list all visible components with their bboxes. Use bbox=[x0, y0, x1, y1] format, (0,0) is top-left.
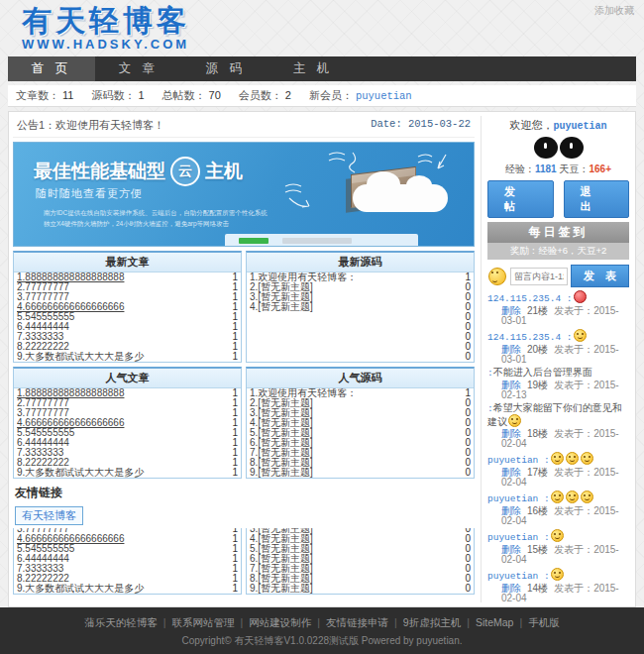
list-item-title[interactable]: 1.欢迎使用有天轻博客： bbox=[250, 388, 461, 398]
list-item-count: 1 bbox=[232, 438, 238, 448]
footer-link[interactable]: 友情链接申请 bbox=[326, 616, 388, 628]
panel-row-latest: 最新文章1.88888888888888888812.7777777713.77… bbox=[13, 251, 475, 363]
footer-link[interactable]: SiteMap bbox=[476, 616, 514, 628]
announcement-text[interactable]: 公告1：欢迎使用有天轻博客！ bbox=[17, 118, 164, 133]
list-item-title[interactable]: 2.77777777 bbox=[17, 282, 228, 292]
list-item-title[interactable]: 5.545555555 bbox=[17, 428, 228, 438]
nav-item[interactable]: 首 页 bbox=[8, 56, 95, 82]
message-author[interactable]: 124.115.235.4 : bbox=[487, 332, 573, 343]
list-item-title[interactable]: 7.[暂无新主题] bbox=[250, 564, 461, 574]
list-item-title[interactable]: 8.[暂无新主题] bbox=[250, 458, 461, 468]
list-item-title[interactable]: 9.[暂无新主题] bbox=[250, 468, 461, 478]
emoji-laugh-icon bbox=[551, 568, 564, 581]
list-item-title[interactable]: 2.[暂无新主题] bbox=[250, 398, 461, 408]
list-item-title[interactable]: 4.666666666666666666 bbox=[17, 418, 228, 428]
footer-link[interactable]: 9折虚拟主机 bbox=[403, 616, 461, 628]
list-item-title[interactable]: 4.[暂无新主题] bbox=[250, 534, 461, 544]
list-item: 7.33333331 bbox=[14, 448, 241, 458]
list-item-title[interactable]: 4.666666666666666666 bbox=[17, 302, 228, 312]
page: 添加收藏 有天轻博客 WWW.HADSKY.COM 首 页文 章源 码主 机 文… bbox=[0, 0, 644, 654]
list-item-title[interactable]: 9.大多数都试试大大大是多少 bbox=[17, 468, 228, 478]
footer-link[interactable]: 联系网站管理 bbox=[172, 616, 235, 628]
logout-button[interactable]: 退 出 bbox=[564, 180, 630, 218]
list-item-title[interactable]: 5.545555555 bbox=[17, 312, 228, 322]
list-item-title[interactable]: 6.44444444 bbox=[17, 438, 228, 448]
cloud-host-banner[interactable]: 最佳性能基础型 云 主机 随时随地查看更方便 南方IDC提供在线自助安装操作系统… bbox=[13, 142, 475, 247]
footer-link[interactable]: 网站建设制作 bbox=[249, 616, 311, 628]
publish-button[interactable]: 发 表 bbox=[571, 265, 629, 287]
list-item-title[interactable]: 3.77777777 bbox=[17, 408, 228, 418]
list-item-title[interactable]: 5.545555555 bbox=[17, 544, 228, 554]
message-author[interactable]: puyuetian : bbox=[487, 571, 550, 582]
list-item-count: 0 bbox=[465, 408, 471, 418]
friend-link[interactable]: 有天轻博客 bbox=[15, 506, 83, 525]
list-item-title[interactable]: 4.[暂无新主题] bbox=[250, 418, 461, 428]
list-item-title[interactable]: 9.大多数都试试大大大是多少 bbox=[17, 584, 228, 594]
list-item: 0 bbox=[247, 312, 474, 322]
list-item-title[interactable]: 3.[暂无新主题] bbox=[250, 292, 461, 302]
list-item: 9.大多数都试试大大大是多少1 bbox=[14, 352, 241, 362]
footer-separator: | bbox=[467, 616, 470, 628]
list-item: 0 bbox=[247, 352, 474, 362]
list-item-title bbox=[250, 352, 461, 362]
username-link[interactable]: puyuetian bbox=[553, 121, 606, 132]
user-avatar[interactable] bbox=[487, 137, 629, 159]
message-author[interactable]: puyuetian : bbox=[487, 532, 550, 543]
message-text: 不能进入后台管理界面 bbox=[493, 367, 592, 378]
message-text: 希望大家能留下你们的意见和建议 bbox=[487, 402, 622, 427]
list-item-title[interactable]: 1.888888888888888888 bbox=[17, 272, 228, 282]
floor-number: 18楼 bbox=[527, 428, 548, 439]
list-item-title[interactable]: 9.大多数都试试大大大是多少 bbox=[17, 352, 228, 362]
list-item: 4.6666666666666666661 bbox=[14, 418, 241, 428]
list-item-count: 1 bbox=[232, 332, 238, 342]
list-item-title[interactable]: 9.[暂无新主题] bbox=[250, 584, 461, 594]
list-item-count: 0 bbox=[465, 398, 471, 408]
list-item-count: 0 bbox=[465, 584, 471, 594]
list-item-title[interactable]: 8.22222222 bbox=[17, 574, 228, 584]
bean-value[interactable]: 166+ bbox=[589, 164, 611, 174]
list-item-title[interactable]: 7.3333333 bbox=[17, 448, 228, 458]
nav-item[interactable]: 主 机 bbox=[269, 56, 357, 82]
list-item-title[interactable]: 7.3333333 bbox=[17, 332, 228, 342]
list-item-count: 1 bbox=[232, 408, 238, 418]
list-item-title[interactable]: 4.[暂无新主题] bbox=[250, 302, 461, 312]
new-member-link[interactable]: puyuetian bbox=[356, 90, 412, 102]
message-author[interactable]: puyuetian : bbox=[487, 455, 550, 466]
list-item-title[interactable]: 3.[暂无新主题] bbox=[250, 408, 461, 418]
list-item-title[interactable]: 8.[暂无新主题] bbox=[250, 574, 461, 584]
list-item-title[interactable]: 6.[暂无新主题] bbox=[250, 554, 461, 564]
message-input[interactable] bbox=[510, 268, 568, 285]
list-item-title[interactable]: 2.[暂无新主题] bbox=[250, 282, 461, 292]
list-item-title[interactable]: 4.666666666666666666 bbox=[17, 534, 228, 544]
list-item-title[interactable]: 3.77777777 bbox=[17, 292, 228, 302]
list-item-title[interactable]: 6.44444444 bbox=[17, 554, 228, 564]
list-item-title[interactable]: 1.888888888888888888 bbox=[17, 388, 228, 398]
list-item-title[interactable]: 1.欢迎使用有天轻博客： bbox=[250, 272, 461, 282]
list-item-title[interactable]: 7.3333333 bbox=[17, 564, 228, 574]
list-item-title[interactable]: 7.[暂无新主题] bbox=[250, 448, 461, 458]
list-item-title[interactable]: 8.22222222 bbox=[17, 458, 228, 468]
footer-link[interactable]: 手机版 bbox=[528, 616, 560, 628]
list-item: 8.222222221 bbox=[14, 342, 241, 352]
nav-item[interactable]: 源 码 bbox=[182, 56, 269, 82]
list-item-count: 1 bbox=[232, 448, 238, 458]
message-author[interactable]: 124.115.235.4 : bbox=[487, 293, 573, 304]
post-button[interactable]: 发 帖 bbox=[487, 180, 554, 218]
daily-signin-title[interactable]: 每日签到 bbox=[487, 222, 629, 243]
footer-link[interactable]: 蒲乐天的轻博客 bbox=[84, 616, 158, 628]
list-item: 5.[暂无新主题]0 bbox=[247, 428, 474, 438]
list-item-title[interactable]: 2.77777777 bbox=[17, 398, 228, 408]
list-item-title[interactable]: 5.[暂无新主题] bbox=[250, 428, 461, 438]
site-logo[interactable]: 有天轻博客 WWW.HADSKY.COM bbox=[22, 6, 190, 51]
list-item-title[interactable]: 5.[暂无新主题] bbox=[250, 544, 461, 554]
stat-value: 70 bbox=[209, 89, 221, 101]
list-item-title[interactable]: 6.[暂无新主题] bbox=[250, 438, 461, 448]
message-author[interactable]: puyuetian : bbox=[487, 493, 550, 504]
list-item-title[interactable]: 6.44444444 bbox=[17, 322, 228, 332]
nav-item[interactable]: 文 章 bbox=[95, 56, 182, 82]
emoji-picker-icon[interactable] bbox=[488, 268, 506, 285]
list-item-title[interactable]: 8.22222222 bbox=[17, 342, 228, 352]
list-item: 9.[暂无新主题]0 bbox=[247, 584, 474, 594]
floor-number: 21楼 bbox=[527, 305, 548, 316]
list-item: 8.222222221 bbox=[14, 574, 241, 584]
